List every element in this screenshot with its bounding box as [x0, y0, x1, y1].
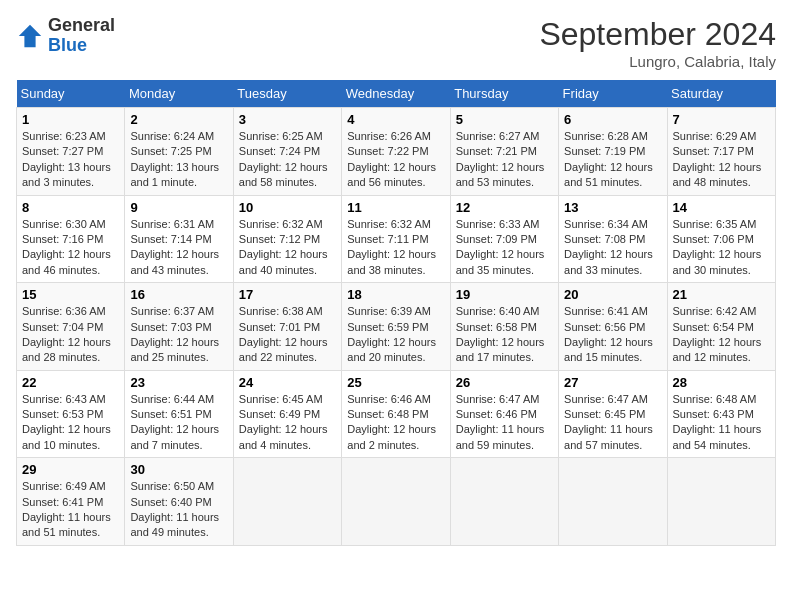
day-cell [450, 458, 558, 546]
day-number: 26 [456, 375, 553, 390]
weekday-header-thursday: Thursday [450, 80, 558, 108]
day-cell: 23Sunrise: 6:44 AM Sunset: 6:51 PM Dayli… [125, 370, 233, 458]
day-info: Sunrise: 6:29 AM Sunset: 7:17 PM Dayligh… [673, 129, 770, 191]
logo-general: General [48, 16, 115, 36]
day-number: 25 [347, 375, 444, 390]
day-info: Sunrise: 6:39 AM Sunset: 6:59 PM Dayligh… [347, 304, 444, 366]
logo-icon [16, 22, 44, 50]
logo-blue: Blue [48, 36, 115, 56]
week-row-1: 1Sunrise: 6:23 AM Sunset: 7:27 PM Daylig… [17, 108, 776, 196]
day-cell [667, 458, 775, 546]
day-number: 28 [673, 375, 770, 390]
day-cell: 9Sunrise: 6:31 AM Sunset: 7:14 PM Daylig… [125, 195, 233, 283]
day-info: Sunrise: 6:42 AM Sunset: 6:54 PM Dayligh… [673, 304, 770, 366]
day-info: Sunrise: 6:44 AM Sunset: 6:51 PM Dayligh… [130, 392, 227, 454]
day-number: 15 [22, 287, 119, 302]
day-info: Sunrise: 6:38 AM Sunset: 7:01 PM Dayligh… [239, 304, 336, 366]
day-number: 19 [456, 287, 553, 302]
day-info: Sunrise: 6:33 AM Sunset: 7:09 PM Dayligh… [456, 217, 553, 279]
day-number: 30 [130, 462, 227, 477]
day-cell: 1Sunrise: 6:23 AM Sunset: 7:27 PM Daylig… [17, 108, 125, 196]
day-cell: 28Sunrise: 6:48 AM Sunset: 6:43 PM Dayli… [667, 370, 775, 458]
logo-text: General Blue [48, 16, 115, 56]
day-cell: 7Sunrise: 6:29 AM Sunset: 7:17 PM Daylig… [667, 108, 775, 196]
title-block: September 2024 Lungro, Calabria, Italy [539, 16, 776, 70]
day-cell: 18Sunrise: 6:39 AM Sunset: 6:59 PM Dayli… [342, 283, 450, 371]
weekday-header-monday: Monday [125, 80, 233, 108]
day-cell: 21Sunrise: 6:42 AM Sunset: 6:54 PM Dayli… [667, 283, 775, 371]
calendar-table: SundayMondayTuesdayWednesdayThursdayFrid… [16, 80, 776, 546]
day-cell: 29Sunrise: 6:49 AM Sunset: 6:41 PM Dayli… [17, 458, 125, 546]
day-info: Sunrise: 6:30 AM Sunset: 7:16 PM Dayligh… [22, 217, 119, 279]
day-cell [559, 458, 667, 546]
day-cell: 17Sunrise: 6:38 AM Sunset: 7:01 PM Dayli… [233, 283, 341, 371]
day-info: Sunrise: 6:41 AM Sunset: 6:56 PM Dayligh… [564, 304, 661, 366]
day-cell: 13Sunrise: 6:34 AM Sunset: 7:08 PM Dayli… [559, 195, 667, 283]
day-cell: 30Sunrise: 6:50 AM Sunset: 6:40 PM Dayli… [125, 458, 233, 546]
weekday-header-tuesday: Tuesday [233, 80, 341, 108]
day-cell: 8Sunrise: 6:30 AM Sunset: 7:16 PM Daylig… [17, 195, 125, 283]
day-number: 27 [564, 375, 661, 390]
day-cell: 25Sunrise: 6:46 AM Sunset: 6:48 PM Dayli… [342, 370, 450, 458]
day-info: Sunrise: 6:49 AM Sunset: 6:41 PM Dayligh… [22, 479, 119, 541]
weekday-header-row: SundayMondayTuesdayWednesdayThursdayFrid… [17, 80, 776, 108]
week-row-3: 15Sunrise: 6:36 AM Sunset: 7:04 PM Dayli… [17, 283, 776, 371]
day-info: Sunrise: 6:46 AM Sunset: 6:48 PM Dayligh… [347, 392, 444, 454]
day-cell: 24Sunrise: 6:45 AM Sunset: 6:49 PM Dayli… [233, 370, 341, 458]
day-number: 9 [130, 200, 227, 215]
day-number: 1 [22, 112, 119, 127]
day-info: Sunrise: 6:35 AM Sunset: 7:06 PM Dayligh… [673, 217, 770, 279]
day-cell: 27Sunrise: 6:47 AM Sunset: 6:45 PM Dayli… [559, 370, 667, 458]
day-info: Sunrise: 6:27 AM Sunset: 7:21 PM Dayligh… [456, 129, 553, 191]
day-info: Sunrise: 6:36 AM Sunset: 7:04 PM Dayligh… [22, 304, 119, 366]
week-row-5: 29Sunrise: 6:49 AM Sunset: 6:41 PM Dayli… [17, 458, 776, 546]
day-number: 12 [456, 200, 553, 215]
day-number: 17 [239, 287, 336, 302]
day-cell: 10Sunrise: 6:32 AM Sunset: 7:12 PM Dayli… [233, 195, 341, 283]
week-row-2: 8Sunrise: 6:30 AM Sunset: 7:16 PM Daylig… [17, 195, 776, 283]
location-subtitle: Lungro, Calabria, Italy [539, 53, 776, 70]
week-row-4: 22Sunrise: 6:43 AM Sunset: 6:53 PM Dayli… [17, 370, 776, 458]
day-info: Sunrise: 6:43 AM Sunset: 6:53 PM Dayligh… [22, 392, 119, 454]
day-number: 6 [564, 112, 661, 127]
day-number: 18 [347, 287, 444, 302]
day-number: 22 [22, 375, 119, 390]
day-number: 7 [673, 112, 770, 127]
day-info: Sunrise: 6:47 AM Sunset: 6:46 PM Dayligh… [456, 392, 553, 454]
day-cell [342, 458, 450, 546]
day-cell: 22Sunrise: 6:43 AM Sunset: 6:53 PM Dayli… [17, 370, 125, 458]
day-cell: 26Sunrise: 6:47 AM Sunset: 6:46 PM Dayli… [450, 370, 558, 458]
day-cell: 12Sunrise: 6:33 AM Sunset: 7:09 PM Dayli… [450, 195, 558, 283]
day-number: 8 [22, 200, 119, 215]
day-cell [233, 458, 341, 546]
day-info: Sunrise: 6:26 AM Sunset: 7:22 PM Dayligh… [347, 129, 444, 191]
weekday-header-saturday: Saturday [667, 80, 775, 108]
day-number: 24 [239, 375, 336, 390]
day-info: Sunrise: 6:28 AM Sunset: 7:19 PM Dayligh… [564, 129, 661, 191]
day-number: 14 [673, 200, 770, 215]
day-cell: 19Sunrise: 6:40 AM Sunset: 6:58 PM Dayli… [450, 283, 558, 371]
day-number: 13 [564, 200, 661, 215]
day-number: 11 [347, 200, 444, 215]
day-cell: 6Sunrise: 6:28 AM Sunset: 7:19 PM Daylig… [559, 108, 667, 196]
day-number: 5 [456, 112, 553, 127]
svg-marker-0 [19, 25, 41, 47]
day-number: 21 [673, 287, 770, 302]
day-info: Sunrise: 6:45 AM Sunset: 6:49 PM Dayligh… [239, 392, 336, 454]
weekday-header-friday: Friday [559, 80, 667, 108]
day-info: Sunrise: 6:47 AM Sunset: 6:45 PM Dayligh… [564, 392, 661, 454]
day-number: 20 [564, 287, 661, 302]
day-cell: 5Sunrise: 6:27 AM Sunset: 7:21 PM Daylig… [450, 108, 558, 196]
day-cell: 3Sunrise: 6:25 AM Sunset: 7:24 PM Daylig… [233, 108, 341, 196]
weekday-header-wednesday: Wednesday [342, 80, 450, 108]
day-number: 2 [130, 112, 227, 127]
day-cell: 20Sunrise: 6:41 AM Sunset: 6:56 PM Dayli… [559, 283, 667, 371]
day-number: 10 [239, 200, 336, 215]
page-header: General Blue September 2024 Lungro, Cala… [16, 16, 776, 70]
day-cell: 16Sunrise: 6:37 AM Sunset: 7:03 PM Dayli… [125, 283, 233, 371]
day-number: 23 [130, 375, 227, 390]
month-title: September 2024 [539, 16, 776, 53]
day-cell: 2Sunrise: 6:24 AM Sunset: 7:25 PM Daylig… [125, 108, 233, 196]
day-info: Sunrise: 6:37 AM Sunset: 7:03 PM Dayligh… [130, 304, 227, 366]
day-info: Sunrise: 6:31 AM Sunset: 7:14 PM Dayligh… [130, 217, 227, 279]
